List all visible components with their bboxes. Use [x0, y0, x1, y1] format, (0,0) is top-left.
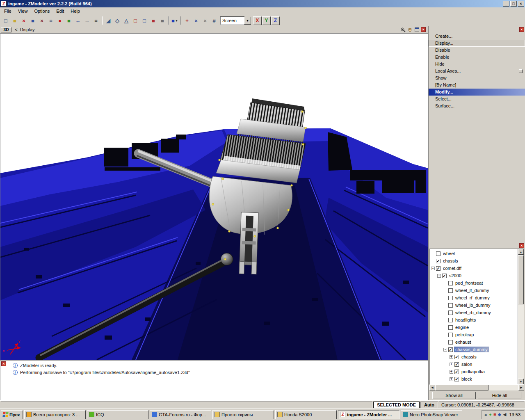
vertical-scroll-track[interactable] [518, 305, 524, 379]
viewport-back-icon[interactable]: < [15, 27, 17, 32]
visibility-checkbox[interactable] [448, 303, 453, 308]
tray-icon-blue[interactable]: ◆ [498, 412, 501, 417]
horizontal-scroll-track[interactable] [488, 385, 518, 390]
collapse-icon[interactable]: - [443, 348, 447, 352]
expand-icon[interactable]: + [450, 377, 453, 381]
visibility-checkbox[interactable]: ✓ [448, 347, 453, 352]
mirror-tool-icon[interactable]: × [201, 16, 210, 25]
tree-node-wheel_lb_dummy[interactable]: wheel_lb_dummy [430, 301, 518, 309]
expand-icon[interactable]: + [450, 363, 453, 366]
visibility-checkbox[interactable] [448, 333, 453, 337]
axis-x-button[interactable]: X [253, 16, 262, 25]
close-button[interactable]: × [518, 1, 524, 7]
menu-edit[interactable]: Edit [53, 7, 67, 15]
tree-vertical-scrollbar[interactable]: ▲ ▼ [518, 249, 524, 384]
menu-help[interactable]: Help [67, 7, 83, 15]
visibility-checkbox[interactable] [448, 325, 453, 330]
tree-node-exhaust[interactable]: exhaust [430, 338, 518, 346]
axis-z-button[interactable]: Z [271, 16, 280, 25]
visibility-checkbox[interactable] [448, 340, 453, 345]
delete-icon[interactable]: × [19, 16, 28, 25]
tree-node-block[interactable]: +✓block [430, 375, 518, 383]
hide-all-button[interactable]: Hide all [478, 392, 521, 399]
visibility-checkbox[interactable]: ✓ [454, 370, 459, 374]
visibility-checkbox[interactable] [436, 251, 441, 256]
scroll-up-icon[interactable]: ▲ [518, 249, 524, 255]
taskbar-task-7[interactable]: Nero PhotoSnap Viewer [401, 410, 462, 419]
command-byname[interactable]: [By Name] [429, 82, 525, 89]
menu-options[interactable]: Options [31, 7, 53, 15]
command-hide[interactable]: Hide [429, 61, 525, 68]
app-icon[interactable]: Z [1, 1, 7, 7]
vertical-scroll-thumb[interactable] [518, 255, 524, 304]
scroll-right-icon[interactable]: ▶ [518, 385, 524, 390]
undo-icon[interactable]: ← [73, 16, 82, 25]
command-disable[interactable]: Disable [429, 47, 525, 54]
select-separated-icon[interactable]: ■ [149, 16, 158, 25]
command-enable[interactable]: Enable [429, 54, 525, 61]
close-file-icon[interactable]: × [37, 16, 46, 25]
open-file-icon[interactable]: ■ [10, 16, 19, 25]
show-all-button[interactable]: Show all [432, 392, 476, 399]
save-icon[interactable]: ■ [28, 16, 37, 25]
taskbar-task-1[interactable]: Всего разговоров: 3 ... [24, 410, 86, 419]
new-file-icon[interactable]: □ [1, 16, 10, 25]
draw-polygons-icon[interactable]: △ [122, 16, 131, 25]
menu-file[interactable]: File [1, 7, 15, 15]
visibility-checkbox[interactable]: ✓ [436, 266, 441, 271]
visibility-checkbox[interactable]: ✓ [454, 377, 459, 381]
command-panel-close-icon[interactable]: × [519, 27, 524, 32]
expand-icon[interactable]: + [450, 370, 453, 374]
tree-node-s2000[interactable]: -✓s2000 [430, 272, 518, 279]
tree-node-petrolcap[interactable]: petrolcap [430, 331, 518, 338]
tree-node-wheel_lf_dummy[interactable]: wheel_lf_dummy [430, 287, 518, 294]
visibility-checkbox[interactable] [448, 281, 453, 285]
collapse-icon[interactable]: - [431, 267, 435, 270]
maximize-view-icon[interactable] [414, 27, 420, 32]
draw-edges-icon[interactable]: ◇ [113, 16, 122, 25]
taskbar-task-6[interactable]: Zingame - ZModeler ... [338, 410, 399, 419]
viewport-mode-button[interactable]: 3D [1, 27, 11, 32]
visibility-checkbox[interactable] [448, 288, 453, 293]
tree-node-chassis_dummy[interactable]: -✓chassis_dummy [430, 346, 518, 353]
view-type-dropdown[interactable]: Screen ▼ [220, 17, 251, 25]
objects-mode-icon[interactable]: ■▼ [170, 16, 179, 25]
scroll-down-icon[interactable]: ▼ [518, 379, 524, 384]
menu-view[interactable]: View [15, 7, 31, 15]
tree-node-engine[interactable]: engine [430, 324, 518, 331]
start-button[interactable]: Пуск [1, 410, 23, 419]
taskbar-task-4[interactable]: Просто скрины [212, 410, 274, 419]
command-display[interactable]: Display... [429, 40, 525, 47]
command-surface[interactable]: Surface... [429, 103, 525, 110]
dropdown-arrow-icon[interactable]: ▼ [244, 17, 251, 25]
tree-node-chassis[interactable]: +✓chassis [430, 353, 518, 361]
script-icon[interactable]: ■ [64, 16, 73, 25]
select-none-icon[interactable]: ■ [158, 16, 167, 25]
command-modify[interactable]: Modify... [429, 89, 525, 96]
command-create[interactable]: Create... [429, 33, 525, 40]
record-icon[interactable]: ● [55, 16, 64, 25]
select-quadr-icon[interactable]: □ [131, 16, 140, 25]
tree-horizontal-scrollbar[interactable]: ◀ ▶ [429, 385, 524, 390]
visibility-checkbox[interactable]: ✓ [454, 362, 459, 367]
pan-hand-icon[interactable] [407, 27, 413, 32]
visibility-checkbox[interactable] [448, 296, 453, 300]
grid-snap-icon[interactable]: # [210, 16, 219, 25]
command-show[interactable]: Show [429, 75, 525, 82]
collapse-icon[interactable]: - [437, 274, 441, 278]
tree-node-wheel_rf_dummy[interactable]: wheel_rf_dummy [430, 294, 518, 301]
visibility-checkbox[interactable]: ✓ [454, 355, 459, 359]
visibility-checkbox[interactable] [448, 318, 453, 322]
tree-node-comet.dff[interactable]: -✓comet.dff [430, 265, 518, 272]
taskbar-task-3[interactable]: GTA-Forums.ru - Фор... [150, 410, 211, 419]
uv-tool-icon[interactable]: × [192, 16, 201, 25]
tree-panel-close-icon[interactable]: × [519, 243, 524, 248]
visibility-checkbox[interactable]: ✓ [442, 274, 447, 278]
tray-icon-green[interactable]: ● [489, 412, 492, 417]
log-close-icon[interactable]: × [1, 361, 6, 366]
log-view-icon[interactable]: ≡ [91, 16, 100, 25]
tree-node-ped_frontseat[interactable]: ped_frontseat [430, 279, 518, 287]
axis-y-button[interactable]: Y [262, 16, 271, 25]
draw-vertices-icon[interactable]: ◢ [104, 16, 113, 25]
taskbar-task-2[interactable]: ICQ [87, 410, 148, 419]
